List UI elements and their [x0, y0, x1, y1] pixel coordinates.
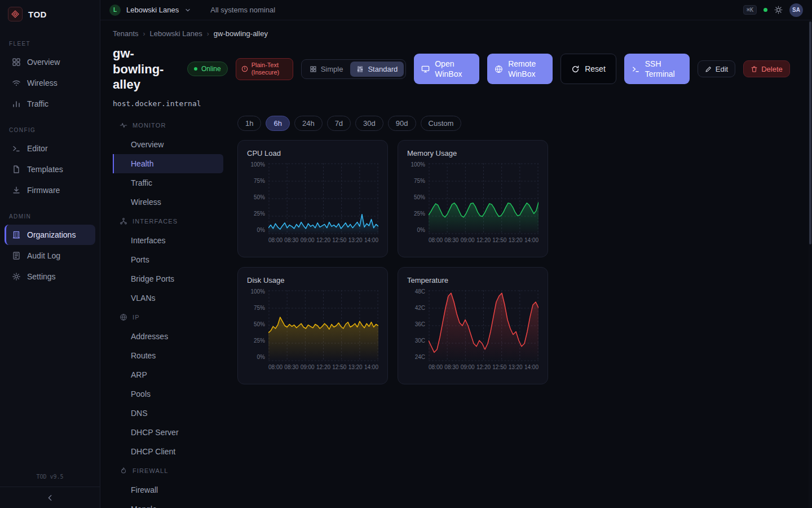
x-tick: 12:20: [316, 237, 330, 243]
y-tick: 25%: [414, 211, 425, 217]
time-range-custom[interactable]: Custom: [421, 116, 462, 131]
pencil-icon: [705, 65, 712, 73]
y-tick: 0%: [417, 227, 425, 233]
reset-button[interactable]: Reset: [561, 54, 616, 84]
device-nav-item-traffic[interactable]: Traffic: [113, 173, 223, 192]
mode-option-label: Simple: [321, 65, 343, 73]
sidebar-item-editor[interactable]: Editor: [5, 138, 95, 159]
y-tick: 50%: [254, 195, 265, 200]
sidebar-item-overview[interactable]: Overview: [5, 52, 95, 72]
mode-option-standard[interactable]: Standard: [350, 62, 404, 77]
device-nav-item-ports[interactable]: Ports: [113, 250, 223, 269]
grid-small-icon: [310, 65, 317, 73]
time-range-7d[interactable]: 7d: [327, 116, 351, 131]
open-winbox-button[interactable]: Open WinBox: [414, 54, 479, 84]
y-tick: 100%: [250, 162, 265, 168]
time-range-6h[interactable]: 6h: [266, 116, 289, 131]
device-nav-item-health[interactable]: Health: [113, 154, 223, 173]
device-nav-item-label: Bridge Ports: [131, 274, 174, 283]
memory-usage-plot: [429, 163, 539, 234]
edit-label: Edit: [716, 65, 728, 73]
user-avatar[interactable]: SA: [789, 3, 803, 17]
breadcrumb-tenant[interactable]: Lebowski Lanes: [150, 29, 202, 38]
charts-area: 1h 6h 24h 7d 30d 90d Custom CPU Load 100…: [223, 116, 812, 384]
device-nav-item-mangle[interactable]: Mangle: [113, 500, 223, 508]
activity-icon: [120, 121, 127, 129]
breadcrumb-tenants[interactable]: Tenants: [113, 29, 139, 38]
device-nav-item-wireless[interactable]: Wireless: [113, 192, 223, 212]
globe-icon: [120, 313, 127, 321]
y-tick: 36C: [415, 322, 425, 327]
time-range-1h[interactable]: 1h: [237, 116, 261, 131]
disk-usage-plot: [268, 290, 378, 361]
y-axis: 100%75%50%25%0%: [407, 162, 425, 233]
chart-title: Temperature: [407, 276, 539, 284]
page-scrollbar[interactable]: [809, 20, 812, 508]
y-tick: 30C: [415, 338, 425, 344]
sidebar-section-config: CONFIG: [0, 115, 100, 138]
x-tick: 08:30: [444, 364, 458, 370]
sidebar-item-settings[interactable]: Settings: [5, 266, 95, 287]
device-nav-item-arp[interactable]: ARP: [113, 365, 223, 384]
sidebar-item-audit-log[interactable]: Audit Log: [5, 246, 95, 266]
reset-label: Reset: [585, 64, 606, 73]
sidebar-collapse-button[interactable]: [0, 487, 100, 508]
y-axis: 48C42C36C30C24C: [407, 289, 425, 360]
sidebar-item-organizations[interactable]: Organizations: [5, 225, 95, 245]
device-nav-item-label: Interfaces: [131, 236, 165, 245]
device-nav-item-pools[interactable]: Pools: [113, 384, 223, 404]
device-nav-item-label: DHCP Client: [131, 447, 175, 456]
device-nav-item-addresses[interactable]: Addresses: [113, 327, 223, 346]
sidebar-item-templates[interactable]: Templates: [5, 159, 95, 179]
sidebar-item-firmware[interactable]: Firmware: [5, 180, 95, 200]
device-nav-item-firewall[interactable]: Firewall: [113, 480, 223, 500]
device-nav-item-label: Mangle: [131, 505, 157, 508]
device-nav-item-dns[interactable]: DNS: [113, 404, 223, 423]
online-dot-icon: [194, 67, 197, 71]
remote-winbox-button[interactable]: Remote WinBox: [487, 54, 553, 84]
chart-card-disk-usage: Disk Usage 100%75%50%25%0% 08:0008:3009:…: [237, 267, 388, 384]
delete-button[interactable]: Delete: [743, 60, 790, 77]
device-nav-item-bridge-ports[interactable]: Bridge Ports: [113, 269, 223, 288]
device-nav-section-label: FIREWALL: [133, 467, 168, 474]
device-nav-item-dhcp-server[interactable]: DHCP Server: [113, 423, 223, 442]
x-tick: 09:00: [301, 237, 315, 243]
x-tick: 09:00: [461, 364, 475, 370]
command-palette-shortcut[interactable]: ⌘K: [743, 5, 757, 15]
x-tick: 12:20: [476, 364, 491, 370]
device-nav-item-label: Health: [131, 159, 153, 168]
tenant-selector[interactable]: Lebowski Lanes: [126, 6, 179, 14]
device-nav-item-overview[interactable]: Overview: [113, 135, 223, 154]
sidebar-item-label: Settings: [27, 272, 56, 281]
device-body: MONITOR Overview Health Traffic Wireless…: [113, 116, 812, 508]
chevron-down-icon[interactable]: [184, 7, 191, 14]
x-tick: 12:20: [316, 364, 330, 370]
y-tick: 42C: [415, 305, 425, 311]
time-range-90d[interactable]: 90d: [388, 116, 416, 131]
sidebar-item-traffic[interactable]: Traffic: [5, 94, 95, 114]
device-nav-section-interfaces: INTERFACES: [113, 212, 223, 231]
sidebar-item-wireless[interactable]: Wireless: [5, 73, 95, 93]
time-range-24h[interactable]: 24h: [294, 116, 323, 131]
device-nav-item-dhcp-client[interactable]: DHCP Client: [113, 442, 223, 461]
device-nav-item-vlans[interactable]: VLANs: [113, 288, 223, 308]
ssh-terminal-button[interactable]: SSH Terminal: [624, 54, 690, 84]
theme-toggle-sun-icon[interactable]: [774, 6, 783, 14]
x-tick: 08:30: [444, 237, 458, 243]
edit-button[interactable]: Edit: [698, 60, 735, 77]
tenant-avatar: L: [109, 5, 121, 16]
view-mode-toggle: Simple Standard: [301, 59, 407, 79]
x-tick: 09:00: [301, 364, 315, 370]
x-tick: 13:20: [348, 237, 363, 243]
device-nav-item-interfaces[interactable]: Interfaces: [113, 231, 223, 250]
mode-option-simple[interactable]: Simple: [303, 62, 350, 77]
x-tick: 08:00: [268, 364, 283, 370]
time-range-30d[interactable]: 30d: [355, 116, 383, 131]
breadcrumb-device: gw-bowling-alley: [214, 29, 268, 38]
device-nav-section-label: MONITOR: [133, 122, 166, 129]
device-nav-item-routes[interactable]: Routes: [113, 346, 223, 365]
globe-icon: [495, 65, 503, 73]
delete-label: Delete: [761, 65, 783, 73]
sidebar-item-label: Organizations: [27, 230, 76, 239]
scrollbar-thumb[interactable]: [809, 21, 811, 244]
